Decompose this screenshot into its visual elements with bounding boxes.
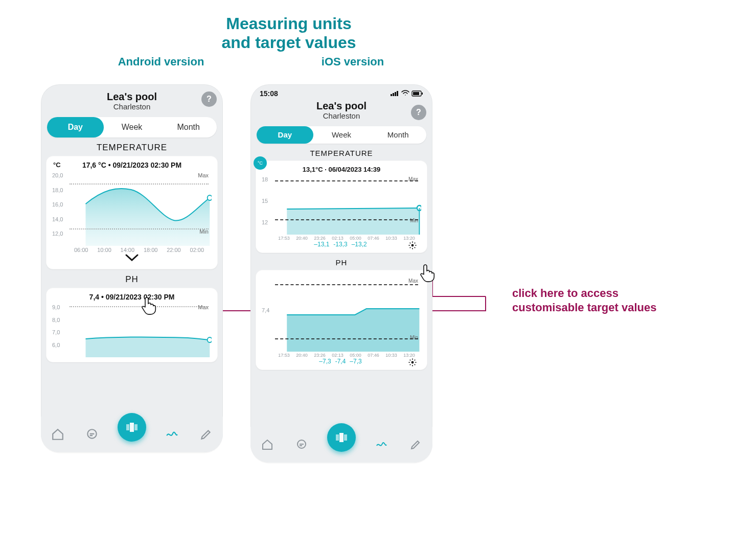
android-pool-sub: Charleston [66, 102, 197, 111]
tab-week[interactable]: Week [313, 126, 370, 144]
home-icon [261, 439, 273, 451]
nav-charts[interactable] [373, 436, 390, 453]
nav-chat[interactable] [83, 426, 101, 443]
ios-pool-sub: Charleston [276, 111, 407, 120]
xtick: 02:00 [186, 247, 209, 253]
ytick: 12,0 [52, 231, 67, 237]
expand-settings-chevron[interactable] [52, 253, 212, 264]
tab-month[interactable]: Month [370, 126, 426, 144]
tab-month[interactable]: Month [160, 117, 217, 137]
svg-rect-9 [397, 91, 398, 96]
xtick: 02:13 [329, 236, 347, 241]
xtick: 06:00 [70, 247, 93, 253]
svg-rect-7 [393, 93, 394, 96]
nav-home[interactable] [49, 426, 66, 443]
tab-week[interactable]: Week [104, 117, 161, 137]
home-icon [51, 428, 64, 441]
ios-temp-card: °C 13,1°C · 06/04/2023 14:39 18 15 12 Ma… [256, 160, 427, 253]
signal-wifi-battery-icon [391, 90, 423, 97]
android-temp-chart: 20,0 18,0 16,0 14,0 12,0 Max Min [52, 169, 212, 246]
svg-point-15 [411, 244, 414, 247]
min-threshold-line [275, 219, 418, 220]
ytick: 8,0 [52, 317, 67, 323]
ios-ph-card: 7,4 Max Min 17:53 20:40 23:26 02:13 05:0… [256, 270, 427, 370]
temp-unit-pill: °C [254, 156, 267, 170]
svg-point-0 [208, 195, 212, 200]
xtick: 18:00 [139, 247, 162, 253]
ytick: 7,0 [52, 329, 67, 335]
ios-temp-area-plot [275, 173, 421, 235]
ytick: 6,0 [52, 342, 67, 348]
xtick: 05:00 [347, 353, 364, 358]
xtick: 10:00 [93, 247, 116, 253]
ytick: 18,0 [52, 187, 67, 193]
max-threshold-line [275, 284, 418, 285]
ytick: 20,0 [52, 172, 67, 178]
xtick: 23:26 [311, 236, 329, 241]
svg-rect-11 [413, 92, 419, 95]
max-label: Max [198, 304, 209, 310]
nav-charts[interactable] [163, 426, 180, 443]
tab-day[interactable]: Day [257, 126, 313, 144]
help-button[interactable]: ? [201, 91, 217, 107]
ios-header: Lea's pool Charleston ? [250, 98, 432, 124]
xtick: 14:00 [116, 247, 139, 253]
ios-ph-chart: 7,4 Max Min [262, 275, 421, 352]
svg-rect-3 [130, 423, 134, 432]
xtick: 22:00 [162, 247, 185, 253]
ios-temp-reading: 13,1°C · 06/04/2023 14:39 [303, 166, 381, 173]
ios-status-bar: 15:08 [250, 84, 432, 98]
svg-rect-20 [344, 434, 347, 441]
ios-ph-section-title: PH [250, 258, 432, 267]
xtick: 10:33 [382, 353, 400, 358]
ios-version-label: iOS version [286, 55, 419, 68]
chart-settings-button[interactable] [408, 241, 417, 250]
status-time: 15:08 [260, 89, 278, 98]
android-ph-section-title: PH [41, 274, 223, 285]
svg-rect-4 [126, 424, 129, 430]
tab-day[interactable]: Day [47, 117, 104, 137]
max-label: Max [198, 172, 209, 178]
pencil-icon [199, 428, 213, 441]
min-label: Min [410, 218, 418, 223]
android-header: Lea's pool Charleston ? [41, 84, 223, 115]
xtick: 23:26 [311, 353, 329, 358]
legend-avg: -7,4 [335, 358, 346, 365]
chart-settings-button[interactable] [408, 358, 417, 367]
android-temp-reading: 17,6 °C • 09/21/2023 02:30 PM [82, 161, 181, 169]
help-button[interactable]: ? [411, 105, 426, 120]
ios-bottom-nav [250, 427, 432, 463]
max-label: Max [408, 278, 418, 284]
ios-phone: 15:08 Lea's pool Charleston ? Day Week M… [250, 84, 432, 463]
nav-fab-scan[interactable] [327, 423, 356, 452]
nav-home[interactable] [259, 436, 276, 453]
ios-pool-title: Lea's pool [276, 101, 407, 111]
android-temp-xaxis: 06:00 10:00 14:00 18:00 22:00 02:00 [52, 247, 212, 253]
activity-icon [165, 428, 178, 441]
android-temp-card: °C 17,6 °C • 09/21/2023 02:30 PM 20,0 18… [46, 156, 218, 269]
android-ph-card: 7,4 • 09/21/2023 02:30 PM 9,0 8,0 7,0 6,… [46, 288, 218, 362]
legend-max: –13,2 [352, 241, 367, 248]
android-ph-heading: 7,4 • 09/21/2023 02:30 PM [52, 293, 212, 301]
nav-edit[interactable] [407, 436, 424, 453]
ytick: 14,0 [52, 216, 67, 222]
ytick: 9,0 [52, 304, 67, 310]
xtick: 17:53 [275, 353, 293, 358]
xtick: 20:40 [293, 353, 311, 358]
svg-rect-8 [395, 92, 396, 96]
nav-chat[interactable] [293, 436, 310, 453]
callout-line1: click here to access [512, 287, 618, 300]
nav-edit[interactable] [197, 426, 215, 443]
pointer-hand-icon [140, 294, 161, 316]
ios-ph-area-plot [275, 275, 421, 352]
doc-stage: Measuring units and target values Androi… [0, 0, 756, 552]
xtick: 02:13 [329, 353, 347, 358]
svg-point-16 [411, 361, 414, 364]
gear-icon [408, 358, 417, 367]
nav-fab-scan[interactable] [118, 413, 146, 442]
callout-text: click here to access customisable target… [512, 286, 656, 314]
ios-range-segmented: Day Week Month [257, 126, 426, 144]
android-ph-reading: 7,4 • 09/21/2023 02:30 PM [89, 293, 175, 301]
android-temp-unit: °C [53, 161, 61, 169]
legend-min: –7,3 [319, 358, 331, 365]
